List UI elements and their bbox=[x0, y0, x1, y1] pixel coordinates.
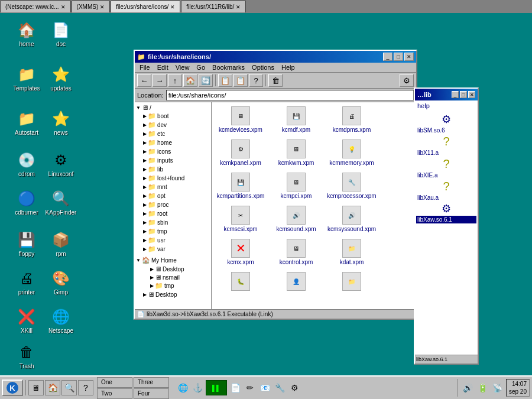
task-gear2-icon[interactable]: ⚙ bbox=[288, 381, 301, 394]
file-kdat[interactable]: 📁 kdat.xpm bbox=[325, 237, 378, 268]
tree-icons[interactable]: ▶ 📁 icons bbox=[136, 147, 210, 156]
desktop-icon-news[interactable]: ⭐ news bbox=[40, 109, 82, 137]
tree-nsmail[interactable]: ▶ 🖥 nsmail bbox=[136, 273, 210, 281]
tree-desktop1[interactable]: ▶ 🖥 Desktop bbox=[136, 265, 210, 273]
file-kcmscsi[interactable]: ✂ kcmscsi.xpm bbox=[214, 204, 267, 235]
task-misc-icon[interactable]: 🔧 bbox=[273, 381, 286, 394]
file-manager-titlebar[interactable]: 📁 file:/usr/share/icons/ _ □ ✕ bbox=[135, 51, 416, 63]
x11lib-close[interactable]: ✕ bbox=[468, 91, 475, 98]
tree-mnt[interactable]: ▶ 📁 mnt bbox=[136, 183, 210, 192]
tab-xmms[interactable]: (XMMS) ✕ bbox=[72, 1, 111, 12]
tab-close-icons[interactable]: ✕ bbox=[170, 4, 175, 10]
tree-item-root[interactable]: ▼ 🖥 / bbox=[136, 103, 210, 112]
desktop-icon-linuxconf[interactable]: ⚙ Linuxconf bbox=[40, 151, 82, 178]
quick-desktop[interactable]: 🖥 bbox=[28, 380, 44, 395]
desktop-icon-kappfinder[interactable]: 🔍 KAppFinder bbox=[40, 189, 82, 216]
back-button[interactable]: ← bbox=[137, 74, 151, 87]
file-bug[interactable]: 🐛 bbox=[214, 270, 267, 294]
tree-desktop2[interactable]: ▶ 🖥 Desktop bbox=[136, 290, 210, 299]
desktop-icon-doc[interactable]: 📄 doc bbox=[40, 21, 82, 48]
copy-button[interactable]: 📋 bbox=[218, 74, 232, 87]
tree-inputs[interactable]: ▶ 📁 inputs bbox=[136, 156, 210, 165]
file-misc[interactable]: 📁 bbox=[325, 270, 378, 294]
desktop-icon-gimp[interactable]: 🎨 Gimp bbox=[40, 269, 82, 296]
tab-netscape[interactable]: (Netscape: www.ic... ✕ bbox=[0, 1, 71, 12]
up-button[interactable]: ↑ bbox=[168, 74, 182, 87]
tree-tmp2[interactable]: ▶ 📁 tmp bbox=[136, 281, 210, 290]
task-green-bar[interactable]: ▌▌ bbox=[206, 380, 227, 395]
network-icon[interactable]: 📡 bbox=[491, 381, 504, 394]
file-kcontrol[interactable]: 🖥 kcontrol.xpm bbox=[270, 237, 323, 268]
delete-button[interactable]: 🗑 bbox=[268, 74, 283, 87]
reload-button[interactable]: 🔄 bbox=[199, 74, 213, 87]
home-button[interactable]: 🏠 bbox=[183, 74, 197, 87]
task-anchor-icon[interactable]: ⚓ bbox=[191, 381, 204, 394]
desktop-icon-rpm[interactable]: 📦 rpm bbox=[40, 231, 82, 258]
w2-libxaw[interactable]: libXaw.so.6.1 bbox=[416, 216, 476, 223]
tree-usr[interactable]: ▶ 📁 usr bbox=[136, 236, 210, 245]
close-button[interactable]: ✕ bbox=[404, 53, 414, 61]
tab-close-xmms[interactable]: ✕ bbox=[100, 4, 105, 10]
quick-search[interactable]: 🔍 bbox=[61, 380, 77, 395]
paste-button[interactable]: 📋 bbox=[233, 74, 248, 87]
desktop-icon-trash[interactable]: 🗑 Trash bbox=[6, 343, 47, 370]
menu-view[interactable]: View bbox=[172, 63, 193, 72]
task-netscape-icon[interactable]: 🌐 bbox=[176, 381, 189, 394]
menu-options[interactable]: Options bbox=[248, 63, 278, 72]
start-button[interactable]: K bbox=[2, 379, 23, 396]
menu-edit[interactable]: Edit bbox=[154, 63, 172, 72]
w2-libxie[interactable]: libXIE.a bbox=[416, 171, 476, 179]
tab-close-netscape[interactable]: ✕ bbox=[61, 4, 66, 10]
file-kcmdevices[interactable]: 🖥 kcmdevices.xpm bbox=[214, 105, 267, 135]
quick-home[interactable]: 🏠 bbox=[45, 380, 60, 395]
minimize-button[interactable]: _ bbox=[383, 53, 392, 61]
tab-x11[interactable]: file:/usr/X11R6/lib/ ✕ bbox=[181, 1, 246, 12]
tree-dev[interactable]: ▶ 📁 dev bbox=[136, 121, 210, 129]
file-kcmkpanel[interactable]: ⚙ kcmkpanel.xpm bbox=[214, 138, 267, 168]
w2-libx11[interactable]: libX11.a bbox=[416, 149, 476, 157]
task-two[interactable]: Two bbox=[97, 388, 132, 399]
task-one[interactable]: One bbox=[97, 377, 132, 388]
file-kcmkwm[interactable]: 🖥 kcmkwm.xpm bbox=[270, 138, 323, 168]
menu-file[interactable]: File bbox=[136, 63, 154, 72]
file-kcmpci[interactable]: 🖥 kcmpci.xpm bbox=[270, 171, 323, 202]
battery-icon[interactable]: 🔋 bbox=[476, 381, 489, 394]
x11lib-maximize[interactable]: □ bbox=[460, 91, 467, 98]
tab-close-x11[interactable]: ✕ bbox=[236, 4, 241, 10]
menu-help[interactable]: Help bbox=[278, 63, 299, 72]
file-kcmdpms[interactable]: 🖨 kcmdpms.xpm bbox=[325, 105, 378, 135]
tree-lib[interactable]: ▶ 📁 lib bbox=[136, 165, 210, 174]
maximize-button[interactable]: □ bbox=[394, 53, 403, 61]
tree-boot[interactable]: ▶ 📁 boot bbox=[136, 112, 210, 121]
task-doc-icon[interactable]: 📄 bbox=[229, 381, 242, 394]
desktop-icon-netscape[interactable]: 🌐 Netscape bbox=[40, 307, 82, 335]
file-kcmdf[interactable]: 💾 kcmdf.xpm bbox=[270, 105, 323, 135]
menu-go[interactable]: Go bbox=[193, 63, 209, 72]
task-three[interactable]: Three bbox=[134, 377, 169, 388]
task-edit-icon[interactable]: ✏ bbox=[244, 381, 257, 394]
forward-button[interactable]: → bbox=[153, 74, 167, 87]
x11lib-minimize[interactable]: _ bbox=[452, 91, 459, 98]
file-kcmx[interactable]: ✕ kcmx.xpm bbox=[214, 237, 267, 268]
tree-var[interactable]: ▶ 📁 var bbox=[136, 245, 210, 254]
tree-opt[interactable]: ▶ 📁 opt bbox=[136, 192, 210, 200]
file-kcmsyssound[interactable]: 🔊 kcmsyssound.xpm bbox=[325, 204, 378, 235]
file-kcmpartitions[interactable]: 💾 kcmpartitions.xpm bbox=[214, 171, 267, 202]
tree-home[interactable]: ▶ 📁 home bbox=[136, 138, 210, 147]
quick-help[interactable]: ? bbox=[78, 380, 93, 395]
settings-button[interactable]: ⚙ bbox=[400, 74, 414, 87]
tree-root[interactable]: ▶ 📁 root bbox=[136, 209, 210, 218]
tree-proc[interactable]: ▶ 📁 proc bbox=[136, 200, 210, 209]
file-kcmprocessor[interactable]: 🔧 kcmprocessor.xpm bbox=[325, 171, 378, 202]
desktop-icon-updates[interactable]: ⭐ updates bbox=[40, 65, 82, 92]
menu-bookmarks[interactable]: Bookmarks bbox=[209, 63, 248, 72]
tree-tmp[interactable]: ▶ 📁 tmp bbox=[136, 227, 210, 236]
w2-libsm[interactable]: libSM.so.6 bbox=[416, 126, 476, 134]
help-button[interactable]: ? bbox=[249, 74, 263, 87]
file-kcmsound[interactable]: 🔊 kcmsound.xpm bbox=[270, 204, 323, 235]
tree-sbin[interactable]: ▶ 📁 sbin bbox=[136, 218, 210, 227]
file-person[interactable]: 👤 bbox=[270, 270, 323, 294]
volume-icon[interactable]: 🔊 bbox=[462, 381, 475, 394]
tree-etc[interactable]: ▶ 📁 etc bbox=[136, 129, 210, 138]
tree-lostfound[interactable]: ▶ 📁 lost+found bbox=[136, 174, 210, 183]
